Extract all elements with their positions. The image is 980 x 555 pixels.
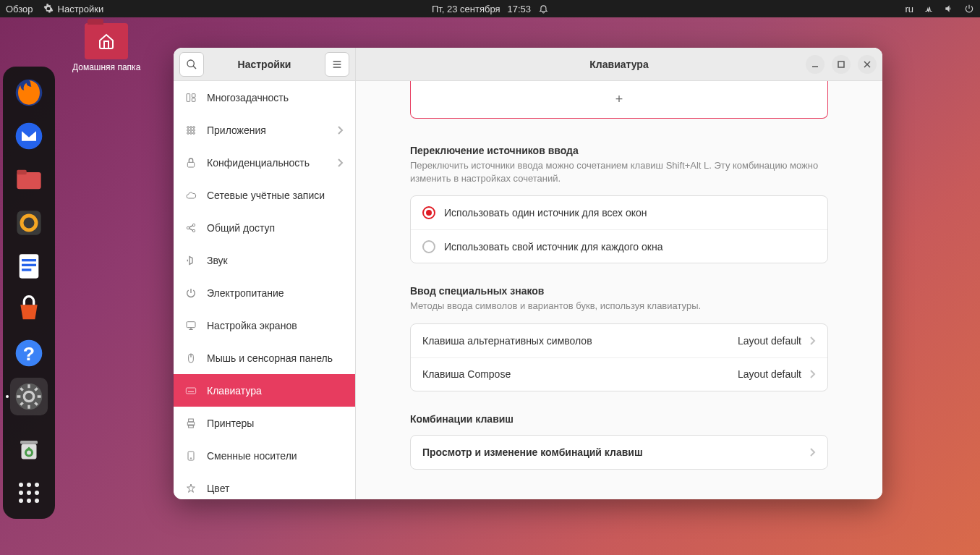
top-panel: Обзор Настройки Пт, 23 сентября 17:53 ru bbox=[0, 0, 980, 17]
close-button[interactable] bbox=[858, 55, 877, 74]
chevron-right-icon bbox=[336, 158, 344, 168]
svg-point-28 bbox=[190, 132, 192, 134]
sidebar-item-power[interactable]: Электропитание bbox=[174, 276, 355, 309]
dock: ? bbox=[3, 67, 55, 519]
shortcuts-heading: Комбинации клавиш bbox=[410, 413, 828, 425]
svg-point-26 bbox=[193, 129, 195, 131]
sidebar-item-display[interactable]: Настройка экранов bbox=[174, 309, 355, 342]
svg-rect-34 bbox=[187, 321, 195, 327]
search-button[interactable] bbox=[179, 52, 204, 77]
special-chars-heading: Ввод специальных знаков bbox=[410, 285, 828, 297]
sidebar-item-share[interactable]: Общий доступ bbox=[174, 211, 355, 244]
alternate-chars-row[interactable]: Клавиша альтернативных символов Layout d… bbox=[411, 324, 827, 357]
svg-rect-42 bbox=[838, 62, 844, 67]
svg-point-1 bbox=[16, 123, 43, 150]
svg-point-29 bbox=[193, 132, 195, 134]
share-icon bbox=[185, 222, 197, 234]
svg-point-25 bbox=[190, 129, 192, 131]
svg-rect-3 bbox=[17, 170, 26, 175]
svg-point-23 bbox=[193, 126, 195, 128]
dock-firefox[interactable] bbox=[10, 74, 48, 111]
activities-button[interactable]: Обзор bbox=[6, 4, 33, 14]
content-title: Клавиатура bbox=[589, 59, 648, 70]
multitask-icon bbox=[185, 92, 197, 103]
sidebar-item-mouse[interactable]: Мышь и сенсорная панель bbox=[174, 342, 355, 374]
keyboard-icon bbox=[185, 385, 197, 397]
home-folder-desktop[interactable]: Домашняя папка bbox=[72, 23, 140, 72]
svg-text:?: ? bbox=[23, 343, 35, 365]
svg-rect-15 bbox=[20, 441, 38, 444]
power-icon[interactable] bbox=[964, 4, 974, 14]
svg-rect-9 bbox=[22, 268, 31, 271]
lock-icon bbox=[185, 157, 197, 169]
svg-point-27 bbox=[187, 132, 189, 134]
chevron-right-icon bbox=[336, 125, 344, 135]
maximize-button[interactable] bbox=[832, 55, 851, 74]
svg-point-22 bbox=[190, 126, 192, 128]
sidebar-item-printer[interactable]: Принтеры bbox=[174, 407, 355, 439]
radio-icon bbox=[422, 206, 435, 219]
dock-thunderbird[interactable] bbox=[10, 117, 48, 155]
app-menu[interactable]: Настройки bbox=[43, 4, 104, 14]
input-switch-heading: Переключение источников ввода bbox=[410, 145, 828, 156]
hamburger-button[interactable] bbox=[325, 52, 349, 77]
mouse-icon bbox=[185, 352, 197, 364]
power-icon bbox=[185, 287, 197, 299]
radio-same-source[interactable]: Использовать один источник для всех окон bbox=[411, 196, 827, 229]
svg-rect-30 bbox=[187, 162, 194, 167]
svg-rect-20 bbox=[192, 98, 195, 101]
display-icon bbox=[185, 320, 197, 331]
input-switch-subtitle: Переключить источники ввода можно сочета… bbox=[410, 159, 828, 185]
network-icon[interactable] bbox=[924, 4, 934, 14]
sidebar-item-cloud[interactable]: Сетевые учётные записи bbox=[174, 179, 355, 211]
svg-rect-8 bbox=[22, 264, 36, 266]
chevron-right-icon bbox=[809, 447, 816, 457]
svg-point-41 bbox=[190, 457, 191, 458]
view-shortcuts-row[interactable]: Просмотр и изменение комбинаций клавиш bbox=[411, 436, 827, 469]
chevron-right-icon bbox=[809, 336, 816, 346]
app-menu-label: Настройки bbox=[58, 4, 104, 14]
sidebar-item-sound[interactable]: Звук bbox=[174, 244, 355, 276]
svg-point-21 bbox=[187, 126, 189, 128]
svg-rect-18 bbox=[187, 93, 190, 101]
dock-show-apps[interactable] bbox=[10, 474, 48, 512]
sidebar-item-keyboard[interactable]: Клавиатура bbox=[174, 374, 355, 407]
add-input-source-button[interactable]: + bbox=[410, 81, 828, 119]
dock-help[interactable]: ? bbox=[10, 334, 48, 372]
sidebar-item-media[interactable]: Сменные носители bbox=[174, 439, 355, 472]
media-icon bbox=[185, 450, 197, 462]
svg-rect-2 bbox=[17, 172, 41, 189]
hamburger-icon bbox=[331, 59, 343, 70]
clock[interactable]: Пт, 23 сентября 17:53 bbox=[432, 4, 548, 14]
sidebar: Настройки МногозадачностьПриложенияКонфи… bbox=[174, 48, 356, 499]
compose-key-row[interactable]: Клавиша Compose Layout default bbox=[411, 357, 827, 391]
svg-rect-19 bbox=[192, 93, 195, 97]
minimize-button[interactable] bbox=[806, 55, 825, 74]
volume-icon[interactable] bbox=[944, 4, 954, 14]
svg-rect-39 bbox=[189, 425, 194, 428]
apps-icon bbox=[185, 124, 197, 136]
search-icon bbox=[186, 59, 197, 70]
settings-window: Настройки МногозадачностьПриложенияКонфи… bbox=[174, 48, 882, 499]
svg-rect-38 bbox=[189, 419, 194, 422]
dock-software[interactable] bbox=[10, 291, 48, 329]
sidebar-item-multitask[interactable]: Многозадачность bbox=[174, 81, 355, 114]
printer-icon bbox=[185, 418, 197, 429]
svg-point-17 bbox=[187, 60, 194, 67]
dock-files[interactable] bbox=[10, 161, 48, 198]
dock-libreoffice[interactable] bbox=[10, 247, 48, 285]
settings-icon bbox=[43, 4, 54, 14]
keyboard-layout-indicator[interactable]: ru bbox=[905, 4, 913, 14]
special-chars-subtitle: Методы ввода символов и вариантов букв, … bbox=[410, 300, 828, 313]
dock-trash[interactable] bbox=[10, 431, 48, 468]
radio-per-window[interactable]: Использовать свой источник для каждого о… bbox=[411, 229, 827, 263]
sidebar-item-apps[interactable]: Приложения bbox=[174, 114, 355, 146]
chevron-right-icon bbox=[809, 369, 816, 379]
dock-rhythmbox[interactable] bbox=[10, 204, 48, 242]
sidebar-item-lock[interactable]: Конфиденциальность bbox=[174, 146, 355, 179]
sidebar-item-color[interactable]: Цвет bbox=[174, 472, 355, 499]
dock-settings[interactable] bbox=[10, 378, 48, 415]
svg-rect-7 bbox=[22, 259, 36, 261]
folder-icon bbox=[85, 23, 128, 59]
cloud-icon bbox=[185, 190, 197, 201]
